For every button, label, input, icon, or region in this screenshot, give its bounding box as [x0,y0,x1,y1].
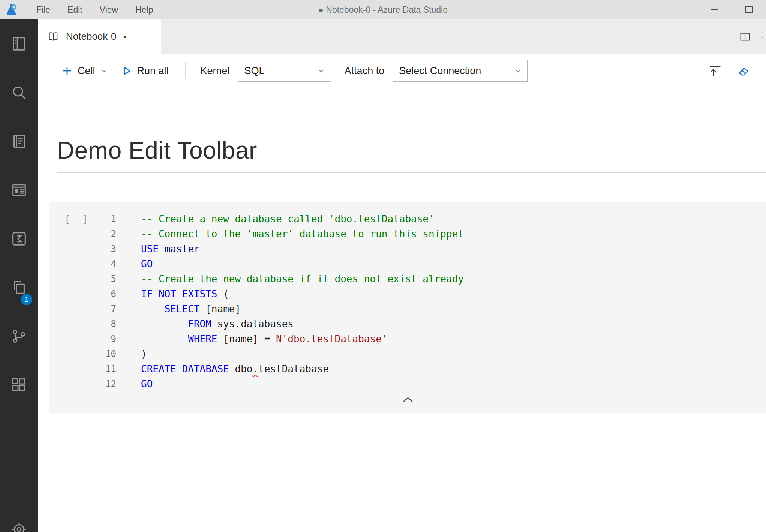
notebook-content: Demo Edit Toolbar [ ] 1-- Create a new d… [38,136,766,413]
code-line[interactable]: 3USE master [49,241,766,256]
line-number: 6 [49,289,116,299]
line-number: 11 [49,364,116,374]
collapse-cell-button[interactable] [49,395,766,404]
connections-icon [10,35,28,52]
menu-edit[interactable]: Edit [59,0,91,19]
chevron-down-icon [514,67,522,75]
menu-help[interactable]: Help [127,0,162,19]
sidebar-item-notebooks[interactable] [0,117,38,166]
kernel-dropdown[interactable]: SQL [238,60,331,82]
line-number: 4 [49,259,116,269]
tab-label: Notebook-0 [66,31,116,42]
run-all-icon [121,65,132,76]
sidebar-item-query-history[interactable] [0,166,38,214]
split-editor-icon[interactable] [739,31,751,43]
tab-bar-actions [739,19,751,54]
tab-bar: Notebook-0 ● · [38,19,766,54]
minimize-icon [711,9,718,10]
heading-rule [57,172,766,173]
search-icon [10,84,28,101]
code-text[interactable]: GO [116,378,153,390]
more-actions-icon[interactable]: · [761,19,765,54]
code-text[interactable]: FROM sys.databases [116,318,294,330]
title-bar: File Edit View Help ● Notebook-0 - Azure… [0,0,766,19]
line-number: 10 [49,349,116,359]
run-all-button[interactable]: Run all [114,65,175,77]
sidebar-item-source-control[interactable] [0,312,38,361]
attach-to-dropdown[interactable]: Select Connection [393,60,528,82]
code-line[interactable]: 5-- Create the new database if it does n… [49,271,766,286]
kernel-label: Kernel [201,65,230,77]
code-line[interactable]: 11CREATE DATABASE dbo.testDatabase [49,361,766,376]
code-line[interactable]: 1-- Create a new database called 'dbo.te… [49,211,766,226]
chevron-up-icon [400,395,416,404]
code-cell[interactable]: [ ] 1-- Create a new database called 'db… [49,202,766,413]
sidebar-item-extensions[interactable] [0,361,38,409]
line-number: 8 [49,319,116,329]
markdown-heading: Demo Edit Toolbar [57,136,766,164]
sidebar-item-search[interactable] [0,68,38,117]
azure-data-studio-window: File Edit View Help ● Notebook-0 - Azure… [0,0,766,532]
code-line[interactable]: 10) [49,346,766,361]
toolbar-divider [185,62,186,79]
code-text[interactable]: -- Create a new database called 'dbo.tes… [116,213,435,225]
copy-files-icon [10,279,28,296]
maximize-button[interactable] [732,0,766,19]
code-text[interactable]: GO [116,258,153,270]
settings-gear-icon [10,521,28,532]
chevron-down-icon [100,67,108,75]
editor-area: Notebook-0 ● · Cell [38,19,766,532]
status-badge: 1 [21,294,32,305]
attach-to-label: Attach to [345,65,385,77]
run-all-label: Run all [137,65,169,77]
code-line[interactable]: 4GO [49,256,766,271]
query-history-icon [10,181,28,199]
code-text[interactable]: USE master [116,243,200,255]
code-text[interactable]: ) [116,348,147,360]
notebook-toolbar: Cell Run all Kernel SQL Attach to [38,54,766,88]
collapse-cells-button[interactable] [708,64,722,78]
tab-notebook-0[interactable]: Notebook-0 ● [38,19,161,54]
line-number: 7 [49,304,116,314]
tab-dirty-indicator: ● [123,33,126,40]
sidebar-item-console[interactable] [0,214,38,263]
notebook-icon [10,133,28,150]
code-text[interactable]: -- Create the new database if it does no… [116,273,464,285]
menu-bar: File Edit View Help [28,0,162,19]
code-text[interactable]: CREATE DATABASE dbo.testDatabase [116,363,329,375]
sidebar-item-connections[interactable] [0,19,38,68]
code-line[interactable]: 2-- Connect to the 'master' database to … [49,226,766,241]
minimize-button[interactable] [697,0,732,19]
chevron-down-icon [317,67,325,75]
console-icon [10,230,28,247]
toolbar-right-actions [708,64,750,78]
extensions-icon [10,376,28,394]
window-title: ● Notebook-0 - Azure Data Studio [318,0,448,19]
cell-run-indicator[interactable]: [ ] [64,211,88,226]
sidebar-item-settings[interactable] [0,521,38,532]
menu-view[interactable]: View [91,0,127,19]
window-controls [697,0,766,19]
sidebar-item-copy-files[interactable]: 1 [0,263,38,312]
menu-file[interactable]: File [28,0,59,19]
code-text[interactable]: IF NOT EXISTS ( [116,288,229,300]
code-text[interactable]: WHERE [name] = N'dbo.testDatabase' [116,333,387,345]
code-line[interactable]: 6IF NOT EXISTS ( [49,286,766,301]
notebook-book-icon [47,31,59,43]
code-line[interactable]: 12GO [49,376,766,391]
attach-to-value: Select Connection [399,65,481,77]
line-number: 12 [49,379,116,389]
code-text[interactable]: SELECT [name] [116,303,241,315]
code-line[interactable]: 8 FROM sys.databases [49,316,766,331]
collapse-cells-icon [708,64,722,78]
clear-results-button[interactable] [737,64,750,78]
app-logo-icon [4,2,19,17]
code-line[interactable]: 7 SELECT [name] [49,301,766,316]
code-line[interactable]: 9 WHERE [name] = N'dbo.testDatabase' [49,331,766,346]
plus-icon [61,65,73,76]
clear-results-icon [737,64,750,78]
add-cell-label: Cell [78,65,95,77]
add-cell-button[interactable]: Cell [55,65,114,77]
line-number: 9 [49,334,116,344]
code-text[interactable]: -- Connect to the 'master' database to r… [116,228,464,240]
